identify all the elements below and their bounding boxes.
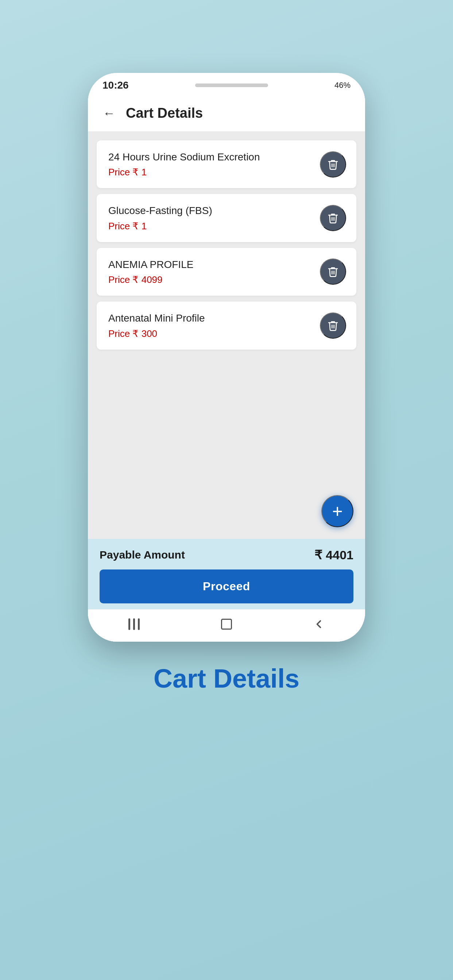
payable-amount: ₹ 4401 [314,547,353,562]
cart-item-price: Price ₹ 1 [108,221,212,232]
proceed-button[interactable]: Proceed [100,570,353,603]
status-icons: 46% [335,81,351,90]
cart-item: ANEMIA PROFILE Price ₹ 4099 [97,248,356,296]
back-nav-icon [312,617,325,631]
nav-recent-apps[interactable] [123,617,145,632]
payable-label: Payable Amount [100,549,185,561]
home-icon [220,617,233,631]
three-bars-icon [128,618,140,630]
cart-item-info: ANEMIA PROFILE Price ₹ 4099 [108,258,193,285]
cart-item: Antenatal Mini Profile Price ₹ 300 [97,302,356,349]
cart-item: Glucose-Fasting (FBS) Price ₹ 1 [97,194,356,242]
plus-icon: + [332,502,343,520]
cart-item-name: Glucose-Fasting (FBS) [108,204,212,217]
delete-button-1[interactable] [320,151,346,178]
status-notch [195,83,268,87]
app-content: ← Cart Details 24 Hours Urine Sodium Exc… [88,95,365,642]
header: ← Cart Details [88,95,365,132]
delete-button-3[interactable] [320,258,346,285]
back-arrow-icon: ← [103,107,115,119]
bar-1 [128,618,130,630]
trash-icon [327,320,339,331]
phone-frame: 10:26 46% ← Cart Details 24 Hours Urine … [88,73,365,642]
cart-item-price: Price ₹ 1 [108,167,260,178]
bar-3 [138,618,140,630]
delete-button-4[interactable] [320,312,346,339]
cart-item-name: Antenatal Mini Profile [108,312,205,325]
trash-icon [327,212,339,224]
nav-bar [88,609,365,642]
add-item-fab[interactable]: + [321,495,353,527]
cart-item: 24 Hours Urine Sodium Excretion Price ₹ … [97,140,356,188]
cart-item-info: Antenatal Mini Profile Price ₹ 300 [108,312,205,339]
cart-item-info: 24 Hours Urine Sodium Excretion Price ₹ … [108,151,260,178]
page-title: Cart Details [126,105,203,121]
status-bar: 10:26 46% [88,73,365,95]
bar-2 [133,618,135,630]
payable-row: Payable Amount ₹ 4401 [100,547,353,562]
bottom-section: Payable Amount ₹ 4401 Proceed [88,539,365,609]
trash-icon [327,159,339,170]
battery-icon: 46% [335,81,351,90]
cart-list: 24 Hours Urine Sodium Excretion Price ₹ … [88,132,365,539]
cart-item-price: Price ₹ 300 [108,328,205,339]
cart-item-name: 24 Hours Urine Sodium Excretion [108,151,260,164]
status-time: 10:26 [102,80,129,91]
delete-button-2[interactable] [320,205,346,231]
back-button[interactable]: ← [101,105,117,121]
trash-icon [327,266,339,277]
cart-item-price: Price ₹ 4099 [108,274,193,285]
svg-rect-0 [222,619,231,629]
cart-item-info: Glucose-Fasting (FBS) Price ₹ 1 [108,204,212,232]
page-bottom-label: Cart Details [153,663,300,694]
nav-home[interactable] [215,617,238,632]
nav-back[interactable] [308,617,330,632]
cart-item-name: ANEMIA PROFILE [108,258,193,271]
